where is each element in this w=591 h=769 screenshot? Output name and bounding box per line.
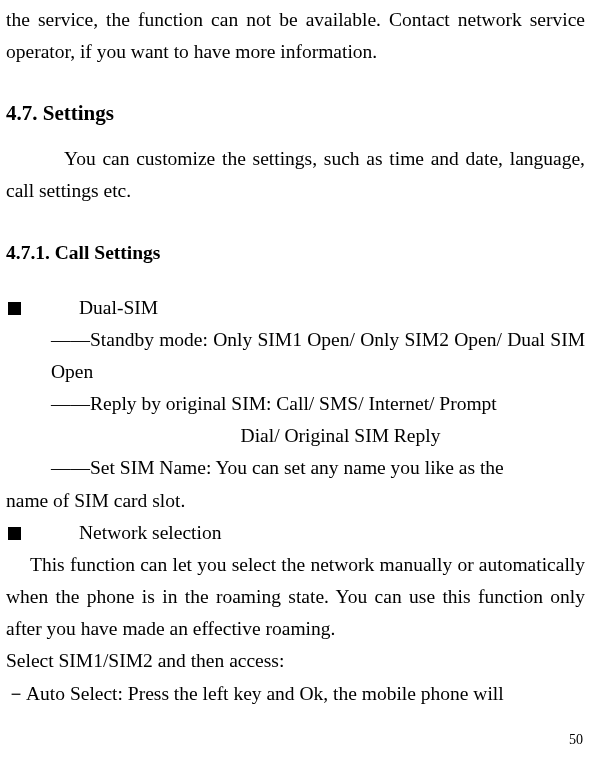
set-sim-name-continuation: name of SIM card slot. bbox=[6, 485, 585, 517]
bullet-dual-sim: Dual-SIM bbox=[6, 292, 585, 324]
square-bullet-icon bbox=[8, 302, 21, 315]
select-sim-access-line: Select SIM1/SIM2 and then access: bbox=[6, 645, 585, 677]
auto-select-line: －Auto Select: Press the left key and Ok,… bbox=[6, 678, 585, 710]
bullet-network-selection: Network selection bbox=[6, 517, 585, 549]
reply-original-sim-line1: ――Reply by original SIM: Call/ SMS/ Inte… bbox=[51, 388, 585, 420]
heading-4-7-1-call-settings: 4.7.1. Call Settings bbox=[6, 237, 585, 269]
network-selection-paragraph: This function can let you select the net… bbox=[6, 549, 585, 646]
bullet-dual-sim-label: Dual-SIM bbox=[79, 292, 158, 324]
settings-intro-paragraph: You can customize the settings, such as … bbox=[6, 143, 585, 207]
square-bullet-icon bbox=[8, 527, 21, 540]
intro-paragraph: the service, the function can not be ava… bbox=[6, 4, 585, 68]
reply-original-sim-line2: Dial/ Original SIM Reply bbox=[6, 420, 585, 452]
page-number: 50 bbox=[6, 728, 585, 751]
set-sim-name-line: ――Set SIM Name: You can set any name you… bbox=[51, 452, 585, 484]
bullet-network-selection-label: Network selection bbox=[79, 517, 221, 549]
heading-4-7-settings: 4.7. Settings bbox=[6, 96, 585, 131]
standby-mode-line: ――Standby mode: Only SIM1 Open/ Only SIM… bbox=[51, 324, 585, 388]
